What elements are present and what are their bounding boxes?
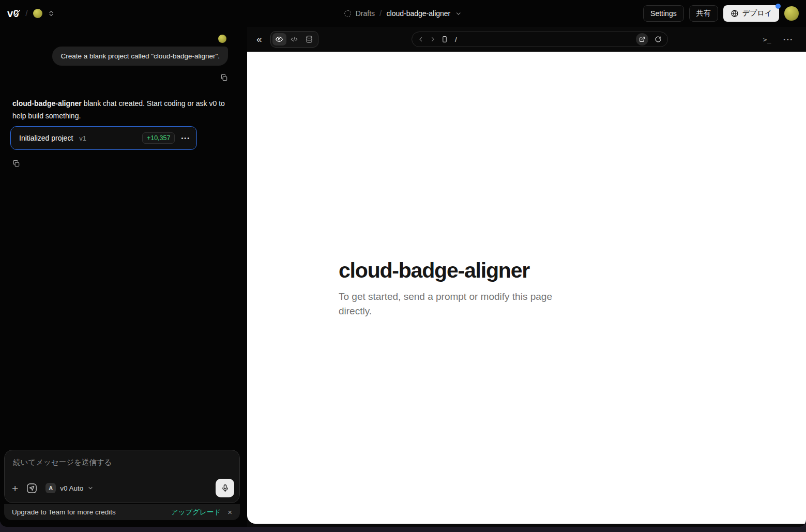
- breadcrumb: Drafts / cloud-badge-aligner: [344, 0, 462, 27]
- chat-panel: Create a blank project called "cloud-bad…: [0, 27, 247, 527]
- breadcrumb-separator: /: [379, 9, 382, 18]
- composer: + A v0 Auto: [4, 450, 240, 503]
- preview-tab[interactable]: [272, 33, 286, 45]
- team-switcher-icon[interactable]: [48, 10, 55, 17]
- message-avatar: [218, 35, 226, 43]
- code-icon: [290, 35, 298, 43]
- drafts-icon: [344, 10, 351, 17]
- address-bar: /: [412, 32, 668, 47]
- toolbar-right: >_ •••: [763, 36, 800, 43]
- page-title: cloud-badge-aligner: [339, 259, 529, 283]
- preview-viewport: cloud-badge-aligner To get started, send…: [247, 52, 806, 524]
- version-card[interactable]: Initialized project v1 +10,357 •••: [10, 126, 197, 150]
- breadcrumb-project[interactable]: cloud-badge-aligner: [387, 9, 451, 18]
- terminal-icon[interactable]: >_: [763, 36, 771, 43]
- copy-icon: [12, 160, 20, 168]
- more-options-icon[interactable]: •••: [783, 37, 794, 42]
- upgrade-banner: Upgrade to Team for more credits アップグレード…: [4, 504, 240, 520]
- copy-response-button[interactable]: [11, 159, 21, 169]
- send-to-project-button[interactable]: [26, 482, 38, 494]
- message-input[interactable]: [5, 450, 239, 480]
- breadcrumb-drafts[interactable]: Drafts: [356, 9, 375, 18]
- microphone-button[interactable]: [216, 479, 234, 497]
- copy-icon: [220, 74, 228, 82]
- page-subtitle: To get started, send a prompt or modify …: [339, 290, 553, 318]
- back-icon[interactable]: [417, 36, 424, 43]
- user-avatar[interactable]: [784, 6, 799, 21]
- topbar-right: Settings 共有 デプロイ: [643, 5, 799, 22]
- copy-message-button[interactable]: [219, 73, 229, 83]
- attach-button[interactable]: +: [12, 483, 18, 494]
- topbar: v0 / Drafts / cloud-badge-aligner Settin…: [0, 0, 806, 27]
- composer-toolbar: + A v0 Auto: [12, 479, 234, 497]
- model-selector[interactable]: A v0 Auto: [45, 483, 94, 493]
- eye-icon: [275, 35, 283, 43]
- forward-icon[interactable]: [429, 36, 436, 43]
- chevron-down-icon: [87, 485, 94, 491]
- breadcrumb-separator: /: [25, 9, 27, 18]
- close-icon[interactable]: ×: [227, 508, 232, 516]
- chevron-down-icon[interactable]: [455, 10, 462, 17]
- preview-panel: «: [247, 27, 806, 527]
- model-icon: A: [45, 483, 56, 493]
- version-card-version: v1: [79, 134, 86, 142]
- additions-badge: +10,357: [142, 132, 175, 144]
- database-icon: [305, 35, 313, 43]
- upgrade-banner-text: Upgrade to Team for more credits: [12, 508, 171, 516]
- preview-toolbar: «: [247, 27, 806, 52]
- globe-icon: [731, 9, 739, 18]
- model-label: v0 Auto: [60, 484, 83, 492]
- assistant-message-project: cloud-badge-aligner: [12, 99, 82, 108]
- deploy-button[interactable]: デプロイ: [723, 5, 779, 22]
- collapse-sidebar-icon[interactable]: «: [253, 34, 265, 45]
- deploy-button-label: デプロイ: [742, 9, 772, 18]
- settings-button[interactable]: Settings: [643, 5, 684, 22]
- assistant-message: cloud-badge-aligner blank chat created. …: [12, 97, 226, 122]
- share-button[interactable]: 共有: [689, 5, 718, 22]
- team-avatar[interactable]: [33, 9, 42, 18]
- notification-dot: [775, 4, 781, 9]
- paper-plane-icon: [26, 482, 38, 494]
- url-path[interactable]: /: [455, 36, 457, 43]
- plus-icon: +: [12, 483, 18, 494]
- refresh-icon[interactable]: [653, 36, 665, 43]
- more-options-icon[interactable]: •••: [181, 135, 190, 141]
- user-message: Create a blank project called "cloud-bad…: [52, 47, 228, 66]
- topbar-left: v0 /: [7, 8, 55, 19]
- version-card-title: Initialized project: [19, 134, 73, 142]
- view-mode-switcher: [270, 31, 318, 48]
- upgrade-link[interactable]: アップグレード: [171, 508, 221, 517]
- app-window: v0 / Drafts / cloud-badge-aligner Settin…: [0, 0, 806, 527]
- database-tab[interactable]: [302, 33, 316, 45]
- external-link-icon: [639, 36, 645, 42]
- v0-logo[interactable]: v0: [7, 8, 20, 19]
- open-external-button[interactable]: [636, 33, 648, 45]
- code-tab[interactable]: [287, 33, 301, 45]
- device-preview-icon[interactable]: [441, 36, 448, 43]
- microphone-icon: [221, 484, 230, 493]
